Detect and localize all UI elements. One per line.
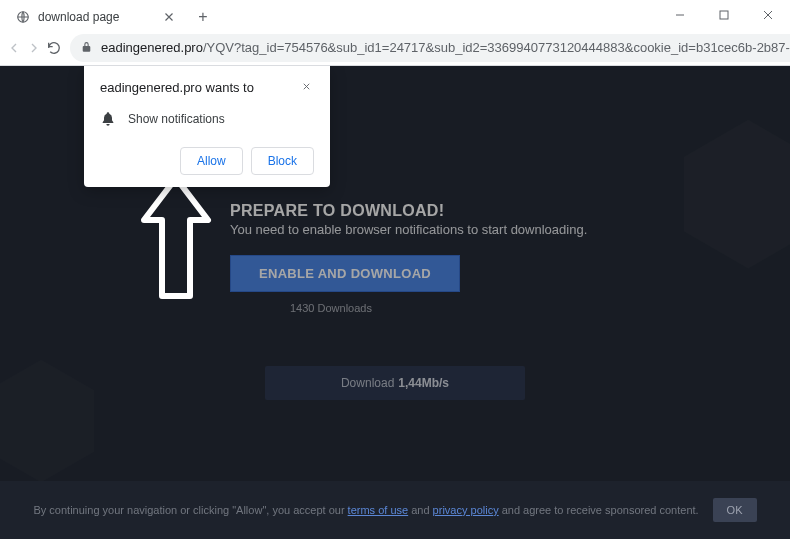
minimize-button[interactable] — [658, 0, 702, 30]
svg-rect-1 — [720, 11, 728, 19]
permission-row: Show notifications — [100, 111, 314, 127]
maximize-button[interactable] — [702, 0, 746, 30]
close-window-button[interactable] — [746, 0, 790, 30]
tab-title: download page — [38, 10, 154, 24]
permission-popup: eadingenered.pro wants to Show notificat… — [84, 66, 330, 187]
url-domain: eadingenered.pro — [101, 40, 203, 55]
back-button[interactable] — [6, 34, 22, 62]
permission-header: eadingenered.pro wants to — [100, 80, 314, 95]
cookie-text-2: and — [408, 504, 432, 516]
url-text: eadingenered.pro/YQV?tag_id=754576&sub_i… — [101, 40, 790, 55]
lock-icon — [80, 41, 93, 54]
tabs-area: download page + — [0, 0, 658, 30]
permission-label: Show notifications — [128, 112, 225, 126]
page-viewport: ⬢ ⬢ PREPARE TO DOWNLOAD! You need to ena… — [0, 66, 790, 539]
permission-actions: Allow Block — [100, 147, 314, 175]
address-bar[interactable]: eadingenered.pro/YQV?tag_id=754576&sub_i… — [70, 34, 790, 62]
reload-button[interactable] — [46, 34, 62, 62]
browser-window: download page + eadingenered.pro/YQV?tag… — [0, 0, 790, 539]
close-icon[interactable] — [162, 10, 176, 24]
arrow-up-graphic — [138, 174, 214, 308]
allow-button[interactable]: Allow — [180, 147, 243, 175]
cookie-text-1: By continuing your navigation or clickin… — [33, 504, 347, 516]
cookie-text-3: and agree to receive sponsored content. — [499, 504, 699, 516]
url-path: /YQV?tag_id=754576&sub_id1=24717&sub_id2… — [203, 40, 790, 55]
terms-link[interactable]: terms of use — [348, 504, 409, 516]
block-button[interactable]: Block — [251, 147, 314, 175]
cookie-ok-button[interactable]: OK — [713, 498, 757, 522]
cookie-bar: By continuing your navigation or clickin… — [0, 481, 790, 539]
globe-icon — [16, 10, 30, 24]
titlebar: download page + — [0, 0, 790, 30]
privacy-link[interactable]: privacy policy — [433, 504, 499, 516]
tab-active[interactable]: download page — [6, 4, 186, 30]
bell-icon — [100, 111, 116, 127]
new-tab-button[interactable]: + — [190, 4, 216, 30]
cookie-text: By continuing your navigation or clickin… — [33, 502, 698, 519]
close-icon[interactable] — [298, 78, 314, 94]
permission-site-text: eadingenered.pro wants to — [100, 80, 254, 95]
forward-button[interactable] — [26, 34, 42, 62]
window-controls — [658, 0, 790, 30]
toolbar: eadingenered.pro/YQV?tag_id=754576&sub_i… — [0, 30, 790, 66]
